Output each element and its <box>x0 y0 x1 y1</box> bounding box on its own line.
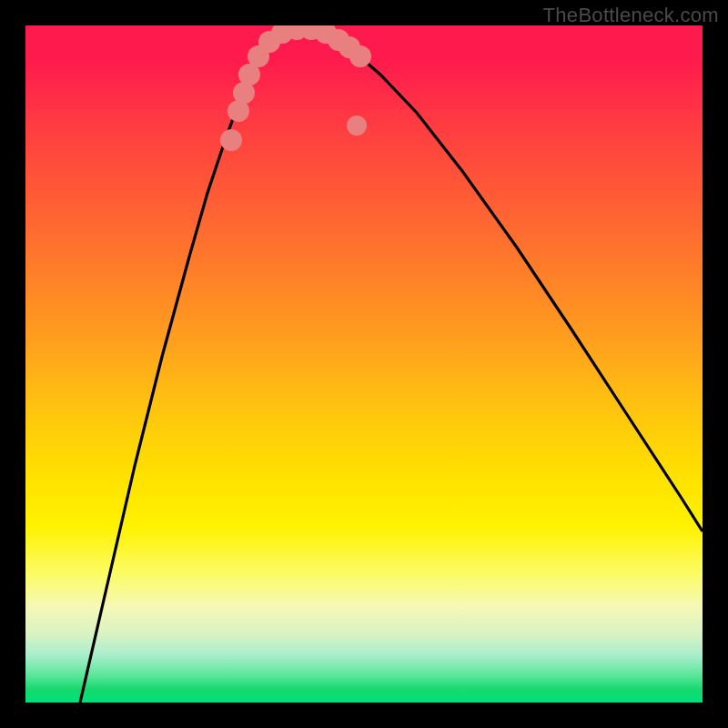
watermark-text: TheBottleneck.com <box>543 4 719 27</box>
curve-marker <box>347 116 367 136</box>
chart-frame: TheBottleneck.com <box>0 0 728 728</box>
bottleneck-curve <box>80 25 703 703</box>
curve-marker <box>349 46 371 67</box>
chart-plot-area <box>25 25 703 703</box>
curve-markers <box>220 25 371 151</box>
curve-marker <box>220 129 242 151</box>
curve-line <box>80 25 703 703</box>
chart-svg <box>25 25 703 703</box>
